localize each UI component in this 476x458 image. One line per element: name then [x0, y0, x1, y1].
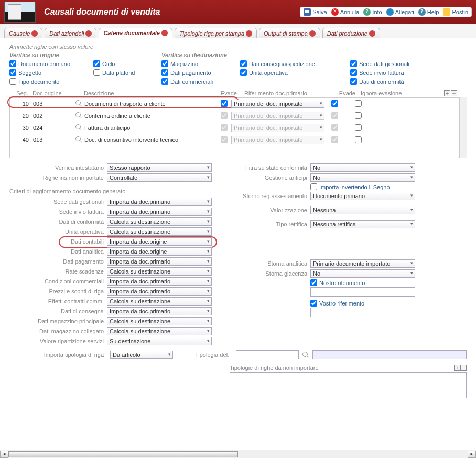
- checkbox[interactable]: [240, 60, 247, 67]
- ignora-checkbox[interactable]: [355, 100, 362, 107]
- ignora-checkbox[interactable]: [355, 136, 362, 143]
- checkbox[interactable]: [161, 78, 168, 85]
- sel-sede-fattura[interactable]: Importa da doc.primario: [107, 208, 212, 216]
- vostro-rif-input[interactable]: [310, 308, 415, 317]
- chk-soggetto[interactable]: Soggetto: [9, 69, 93, 76]
- chk-tipo-documento[interactable]: Tipo documento: [9, 78, 93, 85]
- chk-dati-conformita[interactable]: Dati di conformità: [350, 78, 439, 85]
- chk-importa-inv[interactable]: Importa invertendo il Segno: [310, 183, 390, 190]
- close-icon[interactable]: [161, 30, 168, 36]
- checkbox[interactable]: [350, 78, 357, 85]
- sel-verifica-intestatario[interactable]: Stesso rapporto: [107, 163, 212, 172]
- close-icon[interactable]: [31, 30, 38, 37]
- grid-add-button[interactable]: +: [444, 90, 450, 96]
- search-icon[interactable]: [75, 124, 82, 131]
- search-icon[interactable]: [75, 100, 82, 107]
- scroll-track[interactable]: [8, 451, 468, 458]
- checkbox[interactable]: [93, 69, 100, 76]
- close-icon[interactable]: [309, 30, 316, 37]
- checkbox[interactable]: [240, 69, 247, 76]
- sel-tipo-rettifica[interactable]: Nessuna rettifica: [310, 220, 415, 228]
- checkbox[interactable]: [9, 69, 16, 76]
- scroll-thumb[interactable]: [8, 451, 238, 457]
- sel-dati-contabili[interactable]: Importa da doc.origine: [107, 237, 212, 246]
- attachments-button[interactable]: Allegati: [386, 8, 414, 16]
- remove-button[interactable]: −: [460, 365, 467, 371]
- table-row[interactable]: 10 003 Documenti di trasporto a cliente …: [10, 98, 459, 110]
- checkbox[interactable]: [310, 300, 317, 307]
- ignora-checkbox[interactable]: [355, 124, 362, 131]
- postin-button[interactable]: Postin: [443, 8, 468, 16]
- ignora-checkbox[interactable]: [355, 112, 362, 119]
- sel-filtra[interactable]: No: [310, 163, 415, 172]
- sel-valorizzazione[interactable]: Nessuna: [310, 206, 415, 214]
- save-button[interactable]: Salva: [304, 8, 327, 16]
- grid-remove-button[interactable]: −: [451, 90, 457, 96]
- tipol-non-imp-list[interactable]: [230, 372, 467, 398]
- table-row[interactable]: 30 024 Fattura di anticipo Primario del …: [10, 122, 459, 134]
- checkbox[interactable]: [93, 60, 100, 67]
- tab-catena-documentale[interactable]: Catena documentale: [99, 28, 172, 38]
- chk-sede-gestionali[interactable]: Sede dati gestionali: [350, 60, 439, 67]
- chk-vostro-rif[interactable]: Vostro riferimento: [310, 300, 415, 307]
- sel-storno-reg[interactable]: Documento primario: [310, 192, 415, 200]
- chk-data-plafond[interactable]: Data plafond: [93, 69, 156, 76]
- checkbox[interactable]: [9, 60, 16, 67]
- nostro-rif-input[interactable]: [310, 287, 415, 297]
- chk-dati-pagamento[interactable]: Dati pagamento: [161, 69, 240, 76]
- tab-output[interactable]: Output di stampa: [259, 28, 320, 38]
- sel-righe-non-importate[interactable]: Controllate: [107, 173, 212, 182]
- grid-scrollbar[interactable]: [459, 97, 467, 158]
- search-icon[interactable]: [302, 351, 309, 358]
- sel-dati-analitica[interactable]: Importa da doc.origine: [107, 247, 212, 256]
- search-icon[interactable]: [75, 136, 82, 143]
- tab-dati-aziendali[interactable]: Dati aziendali: [45, 28, 96, 38]
- table-row[interactable]: 40 013 Doc. di consuntivo intervento tec…: [10, 134, 459, 146]
- chk-dati-commerciali[interactable]: Dati commerciali: [161, 78, 240, 85]
- help-button[interactable]: Help: [418, 8, 439, 16]
- chk-documento-primario[interactable]: Documento primario: [9, 60, 93, 67]
- info-button[interactable]: Info: [363, 8, 382, 16]
- sel-storna-giacenza[interactable]: No: [310, 269, 415, 278]
- chk-magazzino[interactable]: Magazzino: [161, 60, 240, 67]
- tipol-def-input[interactable]: [236, 350, 299, 359]
- evade2-checkbox[interactable]: [331, 100, 338, 107]
- checkbox[interactable]: [310, 183, 317, 190]
- sel-cond-comm[interactable]: Importa da doc.primario: [107, 277, 212, 286]
- sel-val-rip[interactable]: Su destinazione: [107, 337, 212, 345]
- chk-ciclo[interactable]: Ciclo: [93, 60, 156, 67]
- table-row[interactable]: 20 002 Conferma ordine a cliente Primari…: [10, 110, 459, 122]
- sel-gest-anticipi[interactable]: No: [310, 173, 415, 182]
- sel-prezzi-sconti[interactable]: Importa da doc.primario: [107, 287, 212, 296]
- sel-dati-pagamento[interactable]: Importa da doc.primario: [107, 257, 212, 266]
- chk-unita-operativa[interactable]: Unità operativa: [240, 69, 350, 76]
- horizontal-scrollbar[interactable]: ◄ ►: [0, 450, 476, 458]
- checkbox[interactable]: [350, 69, 357, 76]
- checkbox[interactable]: [161, 69, 168, 76]
- sel-sede-gestionali[interactable]: Importa da doc.primario: [107, 198, 212, 206]
- sel-dati-consegna[interactable]: Importa da doc.primario: [107, 307, 212, 315]
- sel-rate-scadenze[interactable]: Calcola su destinazione: [107, 267, 212, 276]
- sel-mag-coll[interactable]: Calcola su destinazione: [107, 327, 212, 335]
- sel-effetti-comm[interactable]: Calcola su destinazione: [107, 297, 212, 306]
- checkbox[interactable]: [310, 279, 317, 286]
- tab-produzione[interactable]: Dati produzione: [322, 28, 380, 38]
- close-icon[interactable]: [246, 30, 252, 37]
- cancel-button[interactable]: Annulla: [331, 8, 360, 16]
- sel-imp-tipol[interactable]: Da articolo: [110, 351, 173, 359]
- sel-dati-conformita[interactable]: Calcola su destinazione: [107, 217, 212, 226]
- sel-mag-princ[interactable]: Calcola su destinazione: [107, 317, 212, 325]
- sel-storna-analitica[interactable]: Primario documento importato: [310, 259, 415, 268]
- scroll-left-button[interactable]: ◄: [0, 451, 8, 458]
- sel-unita-operativa[interactable]: Calcola su destinazione: [107, 227, 212, 236]
- checkbox[interactable]: [161, 60, 168, 67]
- chk-nostro-rif[interactable]: Nostro riferimento: [310, 279, 415, 286]
- chk-sede-fattura[interactable]: Sede invio fattura: [350, 69, 439, 76]
- checkbox[interactable]: [350, 60, 357, 67]
- rif-select[interactable]: Primario del doc. importato: [231, 100, 324, 108]
- close-icon[interactable]: [85, 30, 92, 37]
- search-icon[interactable]: [75, 112, 82, 119]
- tab-causale[interactable]: Causale: [4, 28, 42, 38]
- scroll-right-button[interactable]: ►: [468, 451, 476, 458]
- close-icon[interactable]: [369, 30, 375, 37]
